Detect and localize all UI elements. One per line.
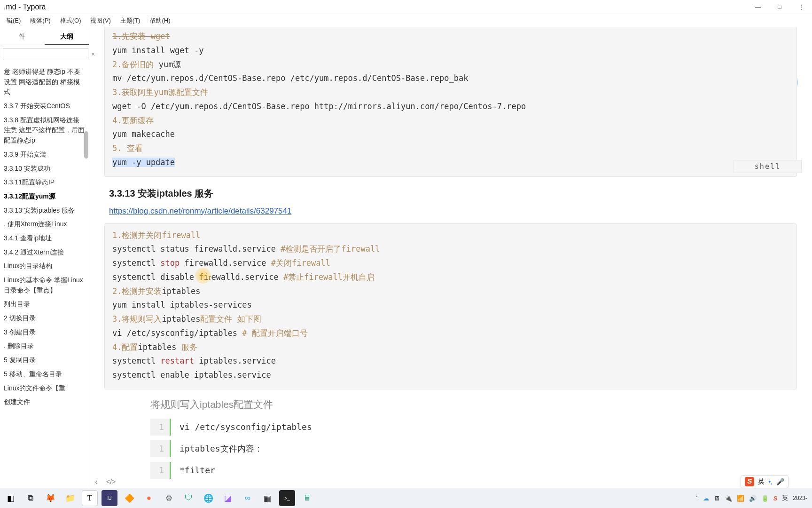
terminal-icon[interactable]: >_ <box>279 490 295 506</box>
ime-punct: •, <box>768 478 773 485</box>
menu-paragraph[interactable]: 段落(P) <box>26 16 54 26</box>
code-language-tag[interactable]: shell <box>734 160 802 173</box>
display-icon[interactable]: 🖥 <box>299 490 315 506</box>
outline-item[interactable]: 创建文件 <box>0 395 89 409</box>
firefox-icon[interactable]: 🦊 <box>42 490 58 506</box>
typora-icon[interactable]: T <box>82 490 98 506</box>
embed-code-row: 1vi /etc/sysconfig/iptables <box>150 419 807 436</box>
reference-link[interactable]: https://blog.csdn.net/ronmy/article/deta… <box>109 206 807 216</box>
sogou-icon: S <box>745 477 754 486</box>
outline-item[interactable]: Linux的基本命令 掌握Linux目录命令【重点】 <box>0 273 89 297</box>
outline-item[interactable]: 3.3.10 安装成功 <box>0 162 89 176</box>
tray-sogou-icon[interactable]: S <box>773 495 778 502</box>
monitor-icon[interactable]: ▦ <box>259 490 275 506</box>
tray-onedrive-icon[interactable]: ☁ <box>703 495 709 502</box>
tray-power-icon[interactable]: 🔌 <box>725 495 732 502</box>
feishu-icon[interactable]: ∞ <box>240 490 256 506</box>
titlebar: .md - Typora — □ ⋮ <box>0 0 812 14</box>
editor-content[interactable]: 03:20 1.先安装 wget yum install wget -y 2.备… <box>89 27 812 488</box>
ime-indicator[interactable]: S 英 •, 🎤 <box>741 475 789 488</box>
outline-item[interactable]: 3 创建目录 <box>0 325 89 340</box>
settings-icon[interactable]: ⚙ <box>161 490 177 506</box>
start-icon[interactable]: ◧ <box>3 490 19 506</box>
minimize-button[interactable]: — <box>747 0 769 14</box>
embed-line-code: iptables文件内容： <box>171 440 263 457</box>
outline-item[interactable]: 列出目录 <box>0 297 89 311</box>
maximize-button[interactable]: □ <box>769 0 790 14</box>
source-code-icon[interactable]: </> <box>106 478 116 485</box>
edge-icon[interactable]: 🌐 <box>200 490 216 506</box>
idea-icon[interactable]: IJ <box>102 490 117 506</box>
embed-line-number: 1 <box>150 419 171 436</box>
outline-tree[interactable]: 意 老师讲得是 静态ip 不要设置 网络适配器的 桥接模式3.3.7 开始安装C… <box>0 63 89 488</box>
outline-item[interactable]: 3.4.1 查看ip地址 <box>0 231 89 246</box>
tray-ime-icon[interactable]: 英 <box>782 494 788 502</box>
menu-help[interactable]: 帮助(H) <box>146 16 174 26</box>
close-button[interactable]: ⋮ <box>790 0 812 14</box>
shield-icon[interactable]: 🛡 <box>180 490 196 506</box>
sidebar-tab-outline[interactable]: 大纲 <box>45 27 89 45</box>
ime-language: 英 <box>758 477 765 486</box>
purple-icon[interactable]: ◪ <box>220 490 236 506</box>
status-bar: ‹ </> <box>89 475 812 488</box>
menu-format[interactable]: 格式(O) <box>56 16 85 26</box>
menu-view[interactable]: 视图(V) <box>86 16 114 26</box>
code-block-yum[interactable]: 1.先安装 wget yum install wget -y 2.备份旧的 yu… <box>104 27 797 177</box>
outline-item[interactable]: 3.3.8 配置虚拟机网络连接 注意 这里不这样配置，后面配置静态ip <box>0 113 89 148</box>
tray-wifi-icon[interactable]: 📶 <box>737 495 744 502</box>
tray-clock[interactable]: 2023- <box>793 495 807 501</box>
outline-item[interactable]: 5 移动、重命名目录 <box>0 367 89 381</box>
explorer-icon[interactable]: 📁 <box>62 490 78 506</box>
window-title: .md - Typora <box>4 3 46 11</box>
embed-code-row: 1iptables文件内容： <box>150 440 807 457</box>
code-block-iptables[interactable]: 1.检测并关闭firewall systemctl status firewal… <box>104 223 797 389</box>
menu-edit[interactable]: 辑(E) <box>3 16 24 26</box>
tray-battery-icon[interactable]: 🔋 <box>761 495 769 502</box>
back-icon[interactable]: ‹ <box>95 477 98 487</box>
taskview-icon[interactable]: ⧉ <box>23 490 39 506</box>
outline-item[interactable]: Linux的目录结构 <box>0 259 89 273</box>
outline-item[interactable]: 3.3.7 开始安装CentOS <box>0 99 89 113</box>
sidebar-tab-files[interactable]: 件 <box>0 27 45 45</box>
outline-item[interactable]: . 使用Xterm连接Linux <box>0 217 89 231</box>
outline-item[interactable]: 3.3.13 安装iptables 服务 <box>0 204 89 218</box>
outline-item[interactable]: 意 老师讲得是 静态ip 不要设置 网络适配器的 桥接模式 <box>0 65 89 99</box>
embed-line-number: 1 <box>150 440 171 457</box>
outline-item[interactable]: Linux的文件命令【重 <box>0 381 89 396</box>
taskbar[interactable]: ◧ ⧉ 🦊 📁 T IJ 🔶 ● ⚙ 🛡 🌐 ◪ ∞ ▦ >_ 🖥 ˄ ☁ 🖥 … <box>0 488 812 508</box>
postman-icon[interactable]: ● <box>141 490 157 506</box>
outline-item[interactable]: 3.4.2 通过Xterm连接 <box>0 246 89 260</box>
outline-item[interactable]: 2 切换目录 <box>0 311 89 325</box>
embed-line-code: vi /etc/sysconfig/iptables <box>171 419 312 436</box>
heading-iptables: 3.3.13 安装iptables 服务 <box>109 187 807 200</box>
outline-item[interactable]: 3.3.9 开始安装 <box>0 148 89 162</box>
menubar: 辑(E) 段落(P) 格式(O) 视图(V) 主题(T) 帮助(H) <box>0 14 812 27</box>
scrollbar-thumb[interactable] <box>84 131 88 159</box>
tray-pc-icon[interactable]: 🖥 <box>714 495 720 502</box>
embedded-image-block: 将规则写入iptables配置文件 1vi /etc/sysconfig/ipt… <box>150 398 807 479</box>
outline-item[interactable]: 5 复制目录 <box>0 353 89 367</box>
mic-icon: 🎤 <box>776 478 784 485</box>
sidebar: 件 大纲 × 意 老师讲得是 静态ip 不要设置 网络适配器的 桥接模式3.3.… <box>0 27 89 488</box>
menu-theme[interactable]: 主题(T) <box>117 16 144 26</box>
xbrowser-icon[interactable]: 🔶 <box>121 490 137 506</box>
outline-item[interactable]: 3.3.12配置yum源 <box>0 190 89 204</box>
outline-item[interactable]: 3.3.11配置静态IP <box>0 175 89 190</box>
outline-item[interactable]: . 删除目录 <box>0 339 89 353</box>
tray-volume-icon[interactable]: 🔊 <box>749 495 757 502</box>
embed-title: 将规则写入iptables配置文件 <box>150 398 807 411</box>
outline-search-input[interactable] <box>3 48 88 60</box>
tray-chevron-icon[interactable]: ˄ <box>695 495 698 502</box>
